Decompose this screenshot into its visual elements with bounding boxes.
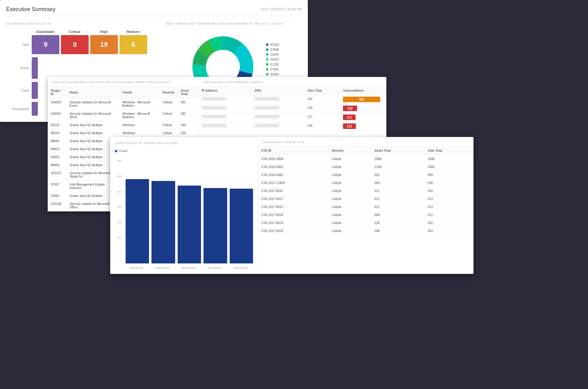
cell-vuln-total: 125: [304, 122, 340, 131]
cell-plugin-id: 103138: [48, 200, 66, 211]
bar-chart-area: 0100200300400500600: [115, 156, 253, 263]
col-critical: Critical: [60, 30, 89, 34]
cell-dns: [252, 95, 304, 104]
bottom-panel: ASSET COUNT BY OPERATING SYSTEM Count 01…: [110, 137, 473, 274]
state-boxes-resurfaced: [32, 102, 38, 116]
cell-severity: Critical: [159, 129, 178, 137]
executive-header: Executive Summary LAST UPDATED: 03:08 PM: [6, 6, 302, 16]
cve-id: CVE-2017-8676: [258, 219, 329, 227]
legend-label-3: 35291: [270, 58, 279, 61]
dns-blurred: [255, 106, 279, 109]
asset-row: 127 111: [199, 113, 386, 122]
cve-id: CVE-2017-8524: [258, 211, 329, 219]
bars-container: [115, 168, 253, 263]
cve-vuln-total: 413: [425, 203, 473, 211]
cell-severity: Critical: [159, 98, 178, 110]
asset-row: 125 112: [199, 122, 386, 131]
top100-right-title: TOP 100 MOST VULNERABLE ASSETS: [199, 77, 386, 86]
th-vuln-total: Vuln Total: [304, 86, 340, 95]
bar-xlabel-2: Microsoft Wi...: [178, 267, 201, 269]
cve-vuln-total: 2498: [425, 155, 473, 163]
cell-ip: [199, 113, 252, 122]
bar-rect-3: [203, 188, 227, 263]
asset-row: 332 324: [199, 95, 386, 104]
cve-asset-total: 602: [372, 171, 425, 179]
cve-asset-total: 283: [372, 179, 425, 187]
y-axis-label: 100: [115, 236, 122, 239]
state-label-resurfaced: Resurfaced: [6, 107, 29, 111]
y-axis-label: 400: [115, 190, 122, 193]
cell-plugin-id: 82820: [48, 153, 66, 161]
cve-severity: Critical: [329, 179, 372, 187]
state-label-new: New: [6, 43, 29, 46]
vuln-box-new-medium: 6: [119, 35, 147, 54]
col-high: High: [89, 30, 119, 34]
cell-severity: Critical: [159, 110, 178, 121]
cell-vuln-total: 127: [304, 113, 340, 122]
th-vulnerabilities: Vulnerabilities: [340, 86, 386, 95]
legend-dot-1: [266, 48, 268, 51]
cell-plugin-id: 104562: [48, 110, 66, 121]
legend-item-2: 10245: [266, 53, 279, 56]
state-label-fixed: Fixed: [6, 89, 29, 92]
cve-id: CVE-2017-8517: [258, 195, 329, 203]
vuln-box-new-critical: 0: [61, 35, 89, 54]
cve-severity: Critical: [329, 211, 372, 219]
legend-item-5: 57582: [266, 68, 279, 71]
th-cve-id: CVE ID: [258, 146, 329, 155]
cve-asset-total: 411: [372, 203, 425, 211]
col-medium: Medium: [119, 30, 148, 34]
cve-severity: Critical: [329, 171, 372, 179]
ip-blurred: [202, 124, 226, 127]
cell-vuln-bar: 324: [340, 95, 386, 104]
legend-dot-3: [266, 58, 268, 61]
asset-chart-panel: ASSET COUNT BY OPERATING SYSTEM Count 01…: [110, 137, 258, 274]
cve-vuln-total: 362: [425, 219, 473, 227]
cve-vuln-total: 899: [425, 171, 473, 179]
cve-vuln-total: 1468: [425, 163, 473, 171]
th-name: Name: [66, 86, 119, 98]
legend-item-3: 35291: [266, 58, 279, 61]
legend-item-1: 57608: [266, 48, 279, 51]
cve-asset-total: 1984: [372, 155, 425, 163]
legend-label-2: 10245: [270, 53, 279, 56]
cell-plugin-id: 86542: [48, 129, 66, 137]
cell-family: Windows: [119, 129, 159, 137]
cell-name: Oracle Java SE Multiple: [66, 121, 119, 129]
table-row: 92516 Oracle Java SE Multiple Windows Cr…: [48, 121, 198, 129]
vuln-box-resurfaced-exploitable: [32, 102, 38, 116]
cell-name: Security Updates for Microsoft Excel: [66, 98, 119, 110]
cve-severity: Critical: [329, 227, 372, 235]
legend-dot-5: [266, 68, 268, 70]
dns-blurred: [255, 115, 279, 118]
bar-column-4: [230, 189, 253, 263]
top100-left-title: TOP 100 VULNERABILITIES WITH PATCH AVAIL…: [48, 77, 198, 86]
legend-item-4: 51192: [266, 63, 279, 66]
bar-rect-2: [178, 186, 201, 263]
table-header-row: Plugin ID Name Family Severity Asset Tot…: [48, 86, 198, 98]
cell-plugin-id: 103123: [48, 169, 66, 181]
cve-row: CVE-2017-8547 Critical 411 416: [258, 187, 473, 195]
cell-family: Windows: [119, 121, 159, 129]
vuln-bar: 111: [343, 114, 356, 120]
col-exploitable: Exploitable: [31, 30, 60, 34]
cve-severity: Critical: [329, 195, 372, 203]
cve-severity: Critical: [329, 163, 372, 171]
vuln-state-label: VULNERABILITIES BY STATE: [6, 22, 160, 25]
vulnerable-assets-table: IP Address DNS Vuln Total Vulnerabilitie…: [199, 86, 386, 131]
cell-plugin-id: 104556: [48, 98, 66, 110]
cell-plugin-id: 78481: [48, 192, 66, 200]
cell-ip: [199, 95, 252, 104]
bar-xlabel-0: Microsoft Wi...: [126, 267, 149, 269]
y-axis-label: 200: [115, 221, 122, 224]
table-row: 104556 Security Updates for Microsoft Ex…: [48, 98, 198, 110]
cve-id: CVE-2015-2808: [258, 155, 329, 163]
cve-vuln-total: 411: [425, 211, 473, 219]
table-row: 104562 Security Updates for Microsoft Wo…: [48, 110, 198, 121]
dns-blurred: [255, 97, 279, 100]
cve-severity: Critical: [329, 203, 372, 211]
table-row: 86542 Oracle Java SE Multiple Windows Cr…: [48, 129, 198, 137]
th-dns: DNS: [252, 86, 304, 95]
cve-row: CVE-2017-8522 Critical 411 413: [258, 203, 473, 211]
chart-legend-label: Count: [119, 149, 127, 153]
